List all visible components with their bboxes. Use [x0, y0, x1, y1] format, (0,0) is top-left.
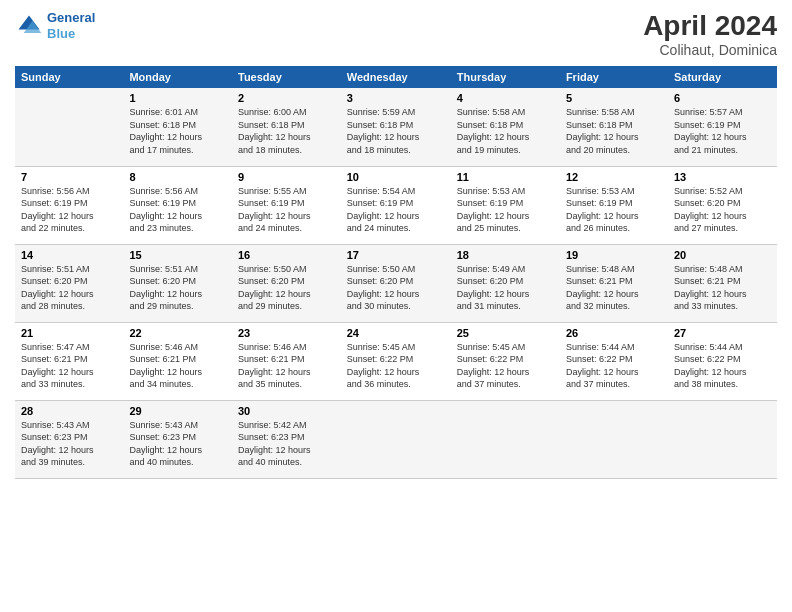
day-cell: 18Sunrise: 5:49 AM Sunset: 6:20 PM Dayli… — [451, 244, 560, 322]
day-number: 8 — [129, 171, 226, 183]
day-cell: 4Sunrise: 5:58 AM Sunset: 6:18 PM Daylig… — [451, 88, 560, 166]
day-info: Sunrise: 5:48 AM Sunset: 6:21 PM Dayligh… — [566, 263, 662, 313]
logo: General Blue — [15, 10, 95, 41]
day-info: Sunrise: 5:58 AM Sunset: 6:18 PM Dayligh… — [457, 106, 554, 156]
day-cell — [341, 400, 451, 478]
day-number: 15 — [129, 249, 226, 261]
day-cell — [15, 88, 123, 166]
day-number: 30 — [238, 405, 335, 417]
header-monday: Monday — [123, 66, 232, 88]
header-thursday: Thursday — [451, 66, 560, 88]
day-info: Sunrise: 5:50 AM Sunset: 6:20 PM Dayligh… — [238, 263, 335, 313]
day-info: Sunrise: 5:46 AM Sunset: 6:21 PM Dayligh… — [238, 341, 335, 391]
day-info: Sunrise: 5:51 AM Sunset: 6:20 PM Dayligh… — [21, 263, 117, 313]
header-wednesday: Wednesday — [341, 66, 451, 88]
day-number: 27 — [674, 327, 771, 339]
header-sunday: Sunday — [15, 66, 123, 88]
day-number: 2 — [238, 92, 335, 104]
day-number: 22 — [129, 327, 226, 339]
day-number: 18 — [457, 249, 554, 261]
day-cell: 21Sunrise: 5:47 AM Sunset: 6:21 PM Dayli… — [15, 322, 123, 400]
header-tuesday: Tuesday — [232, 66, 341, 88]
day-info: Sunrise: 5:43 AM Sunset: 6:23 PM Dayligh… — [21, 419, 117, 469]
day-info: Sunrise: 5:43 AM Sunset: 6:23 PM Dayligh… — [129, 419, 226, 469]
day-cell: 2Sunrise: 6:00 AM Sunset: 6:18 PM Daylig… — [232, 88, 341, 166]
day-number: 10 — [347, 171, 445, 183]
day-info: Sunrise: 5:44 AM Sunset: 6:22 PM Dayligh… — [566, 341, 662, 391]
day-cell: 30Sunrise: 5:42 AM Sunset: 6:23 PM Dayli… — [232, 400, 341, 478]
day-number: 26 — [566, 327, 662, 339]
calendar-location: Colihaut, Dominica — [643, 42, 777, 58]
week-row-4: 21Sunrise: 5:47 AM Sunset: 6:21 PM Dayli… — [15, 322, 777, 400]
header-row: Sunday Monday Tuesday Wednesday Thursday… — [15, 66, 777, 88]
day-cell: 27Sunrise: 5:44 AM Sunset: 6:22 PM Dayli… — [668, 322, 777, 400]
day-cell: 25Sunrise: 5:45 AM Sunset: 6:22 PM Dayli… — [451, 322, 560, 400]
day-number: 12 — [566, 171, 662, 183]
day-info: Sunrise: 5:47 AM Sunset: 6:21 PM Dayligh… — [21, 341, 117, 391]
day-number: 11 — [457, 171, 554, 183]
day-number: 13 — [674, 171, 771, 183]
day-number: 24 — [347, 327, 445, 339]
day-number: 5 — [566, 92, 662, 104]
day-number: 6 — [674, 92, 771, 104]
day-number: 21 — [21, 327, 117, 339]
day-cell: 7Sunrise: 5:56 AM Sunset: 6:19 PM Daylig… — [15, 166, 123, 244]
day-number: 4 — [457, 92, 554, 104]
page-container: General Blue April 2024 Colihaut, Domini… — [0, 0, 792, 489]
day-number: 14 — [21, 249, 117, 261]
day-info: Sunrise: 5:51 AM Sunset: 6:20 PM Dayligh… — [129, 263, 226, 313]
day-number: 19 — [566, 249, 662, 261]
week-row-5: 28Sunrise: 5:43 AM Sunset: 6:23 PM Dayli… — [15, 400, 777, 478]
day-info: Sunrise: 5:48 AM Sunset: 6:21 PM Dayligh… — [674, 263, 771, 313]
calendar-header: Sunday Monday Tuesday Wednesday Thursday… — [15, 66, 777, 88]
day-cell: 9Sunrise: 5:55 AM Sunset: 6:19 PM Daylig… — [232, 166, 341, 244]
day-info: Sunrise: 5:45 AM Sunset: 6:22 PM Dayligh… — [347, 341, 445, 391]
day-info: Sunrise: 5:57 AM Sunset: 6:19 PM Dayligh… — [674, 106, 771, 156]
logo-icon — [15, 12, 43, 40]
day-info: Sunrise: 5:56 AM Sunset: 6:19 PM Dayligh… — [21, 185, 117, 235]
day-cell: 5Sunrise: 5:58 AM Sunset: 6:18 PM Daylig… — [560, 88, 668, 166]
day-cell: 22Sunrise: 5:46 AM Sunset: 6:21 PM Dayli… — [123, 322, 232, 400]
day-number: 20 — [674, 249, 771, 261]
day-cell: 17Sunrise: 5:50 AM Sunset: 6:20 PM Dayli… — [341, 244, 451, 322]
day-cell: 24Sunrise: 5:45 AM Sunset: 6:22 PM Dayli… — [341, 322, 451, 400]
day-info: Sunrise: 5:53 AM Sunset: 6:19 PM Dayligh… — [457, 185, 554, 235]
day-cell: 26Sunrise: 5:44 AM Sunset: 6:22 PM Dayli… — [560, 322, 668, 400]
day-info: Sunrise: 5:53 AM Sunset: 6:19 PM Dayligh… — [566, 185, 662, 235]
day-cell: 13Sunrise: 5:52 AM Sunset: 6:20 PM Dayli… — [668, 166, 777, 244]
day-cell: 3Sunrise: 5:59 AM Sunset: 6:18 PM Daylig… — [341, 88, 451, 166]
day-cell — [451, 400, 560, 478]
logo-line1: General — [47, 10, 95, 25]
page-header: General Blue April 2024 Colihaut, Domini… — [15, 10, 777, 58]
day-number: 23 — [238, 327, 335, 339]
day-cell: 8Sunrise: 5:56 AM Sunset: 6:19 PM Daylig… — [123, 166, 232, 244]
day-info: Sunrise: 6:01 AM Sunset: 6:18 PM Dayligh… — [129, 106, 226, 156]
day-info: Sunrise: 5:56 AM Sunset: 6:19 PM Dayligh… — [129, 185, 226, 235]
day-cell — [560, 400, 668, 478]
day-info: Sunrise: 5:58 AM Sunset: 6:18 PM Dayligh… — [566, 106, 662, 156]
day-number: 29 — [129, 405, 226, 417]
day-number: 25 — [457, 327, 554, 339]
header-friday: Friday — [560, 66, 668, 88]
day-number: 16 — [238, 249, 335, 261]
day-info: Sunrise: 5:55 AM Sunset: 6:19 PM Dayligh… — [238, 185, 335, 235]
calendar-body: 1Sunrise: 6:01 AM Sunset: 6:18 PM Daylig… — [15, 88, 777, 478]
day-cell: 20Sunrise: 5:48 AM Sunset: 6:21 PM Dayli… — [668, 244, 777, 322]
day-info: Sunrise: 5:54 AM Sunset: 6:19 PM Dayligh… — [347, 185, 445, 235]
day-info: Sunrise: 5:49 AM Sunset: 6:20 PM Dayligh… — [457, 263, 554, 313]
day-cell: 23Sunrise: 5:46 AM Sunset: 6:21 PM Dayli… — [232, 322, 341, 400]
day-number: 9 — [238, 171, 335, 183]
day-cell: 29Sunrise: 5:43 AM Sunset: 6:23 PM Dayli… — [123, 400, 232, 478]
day-cell: 11Sunrise: 5:53 AM Sunset: 6:19 PM Dayli… — [451, 166, 560, 244]
day-info: Sunrise: 5:50 AM Sunset: 6:20 PM Dayligh… — [347, 263, 445, 313]
day-info: Sunrise: 5:59 AM Sunset: 6:18 PM Dayligh… — [347, 106, 445, 156]
title-block: April 2024 Colihaut, Dominica — [643, 10, 777, 58]
day-number: 28 — [21, 405, 117, 417]
week-row-1: 1Sunrise: 6:01 AM Sunset: 6:18 PM Daylig… — [15, 88, 777, 166]
day-cell: 28Sunrise: 5:43 AM Sunset: 6:23 PM Dayli… — [15, 400, 123, 478]
header-saturday: Saturday — [668, 66, 777, 88]
day-cell: 19Sunrise: 5:48 AM Sunset: 6:21 PM Dayli… — [560, 244, 668, 322]
day-cell: 1Sunrise: 6:01 AM Sunset: 6:18 PM Daylig… — [123, 88, 232, 166]
logo-text: General Blue — [47, 10, 95, 41]
day-info: Sunrise: 5:45 AM Sunset: 6:22 PM Dayligh… — [457, 341, 554, 391]
